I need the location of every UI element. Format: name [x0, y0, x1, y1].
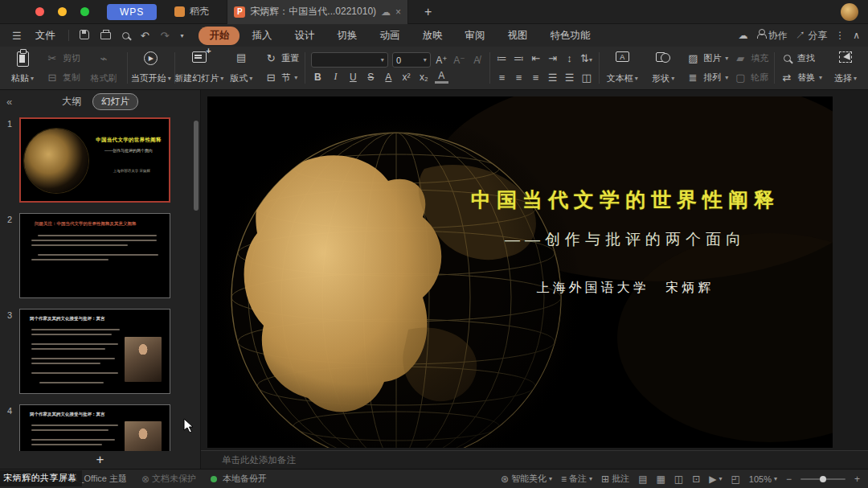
increase-indent-icon[interactable]: ⇥ — [547, 52, 559, 64]
font-color-icon[interactable]: A — [435, 70, 448, 84]
distribute-icon[interactable]: ☰ — [563, 72, 576, 84]
slide-thumbnail-1[interactable]: 中国当代文学的世界性阐释 ——创作与批评的两个面向 上海外国语大学 宋炳辉 — [19, 117, 170, 203]
clear-format-icon[interactable]: A̸ — [470, 55, 484, 66]
italic-icon[interactable]: I — [329, 71, 342, 83]
document-tab[interactable]: P 宋炳辉：中国当代...0221010) ☁ × — [227, 0, 408, 24]
zoom-window-button[interactable] — [80, 7, 89, 16]
paste-button[interactable]: 粘贴▾ — [5, 49, 40, 87]
minimize-window-button[interactable] — [58, 7, 67, 16]
print-preview-icon[interactable] — [118, 30, 133, 42]
numbered-list-icon[interactable]: ≕ — [513, 52, 526, 64]
slide-thumbnail-3[interactable]: 两个作家及其跨文化接受与批评：莫言 — [19, 309, 170, 394]
new-slide-button[interactable]: 新建幻灯片▾ — [180, 49, 218, 87]
cut-button[interactable]: ✂剪切 — [46, 52, 80, 64]
main-menu-icon[interactable]: ☰ — [8, 30, 26, 42]
collapse-panel-icon[interactable]: « — [6, 96, 12, 108]
collapse-ribbon-icon[interactable]: ∧ — [853, 30, 860, 41]
superscript-icon[interactable]: x² — [399, 72, 413, 83]
close-tab-icon[interactable]: × — [395, 6, 401, 18]
align-center-icon[interactable]: ≡ — [513, 72, 526, 84]
slide-subtitle[interactable]: ——创作与批评的两个面向 — [448, 229, 802, 250]
more-options-icon[interactable]: ⋮ — [835, 30, 845, 41]
slide-thumbnail-2[interactable]: 问题关注：中国当代文学的世界性阐释及其意义阐释 — [19, 213, 170, 298]
text-shadow-icon[interactable]: A — [382, 72, 395, 83]
tab-insert[interactable]: 插入 — [241, 27, 282, 45]
wps-home-button[interactable]: WPS — [107, 4, 157, 20]
subscript-icon[interactable]: x₂ — [417, 72, 431, 83]
section-button[interactable]: ⊟节▾ — [264, 72, 299, 84]
format-painter-button[interactable]: ⌁ 格式刷 — [86, 49, 121, 87]
new-tab-button[interactable]: + — [420, 5, 436, 19]
tab-home[interactable]: 开始 — [199, 27, 240, 45]
current-slide[interactable]: 中国当代文学的世界性阐释 ——创作与批评的两个面向 上海外国语大学 宋炳辉 — [207, 96, 833, 448]
local-backup-status[interactable]: 本地备份开 — [211, 473, 267, 485]
outline-button[interactable]: ▢轮廓 — [734, 72, 768, 84]
slide-author[interactable]: 上海外国语大学 宋炳辉 — [473, 280, 778, 297]
select-button[interactable]: 选择▾ — [828, 49, 863, 87]
docer-tab[interactable]: 稻壳 — [168, 0, 215, 24]
underline-icon[interactable]: U — [346, 72, 360, 83]
tab-outline[interactable]: 大纲 — [62, 95, 81, 109]
zoom-in-icon[interactable]: + — [854, 474, 860, 485]
zoom-slider[interactable] — [800, 478, 845, 480]
reading-view-icon[interactable]: ◫ — [674, 474, 683, 485]
tab-slideshow[interactable]: 放映 — [411, 27, 452, 45]
redo-icon[interactable]: ↷ — [157, 30, 174, 42]
user-avatar[interactable] — [841, 3, 858, 21]
reset-button[interactable]: ↻重置 — [264, 52, 299, 64]
print-icon[interactable] — [96, 30, 115, 42]
tab-special-features[interactable]: 特色功能 — [539, 27, 600, 45]
normal-view-icon[interactable]: ▤ — [638, 474, 647, 485]
theme-name[interactable]: 1_Office 主题 — [74, 473, 127, 485]
slide-sorter-icon[interactable]: ▦ — [656, 474, 665, 485]
close-window-button[interactable] — [35, 7, 44, 16]
align-right-icon[interactable]: ≡ — [530, 72, 542, 84]
save-icon[interactable] — [76, 30, 93, 42]
document-protection[interactable]: ⊗文档未保护 — [141, 473, 196, 485]
slide-thumbnail-4[interactable]: 两个作家及其跨文化接受与批评：莫言 — [19, 404, 170, 451]
tab-review[interactable]: 审阅 — [454, 27, 495, 45]
bullet-list-icon[interactable]: ≔ — [496, 52, 509, 64]
tab-animation[interactable]: 动画 — [369, 27, 410, 45]
increase-font-icon[interactable]: A⁺ — [435, 55, 448, 66]
text-direction-icon[interactable]: ⇅▾ — [580, 52, 593, 64]
file-menu[interactable]: 文件 — [29, 29, 62, 43]
line-spacing-icon[interactable]: ↕ — [563, 52, 576, 64]
add-slide-button[interactable]: + — [0, 451, 200, 469]
fill-button[interactable]: ▰填充 — [734, 52, 768, 64]
zoom-slider-knob[interactable] — [820, 476, 826, 482]
replace-button[interactable]: ⇄替换▾ — [780, 72, 822, 84]
textbox-button[interactable]: A 文本框▾ — [604, 49, 640, 87]
columns-icon[interactable]: ◫ — [580, 72, 593, 84]
copy-button[interactable]: ⊟复制 — [46, 72, 80, 84]
play-from-current-button[interactable]: ▶ 当页开始▾ — [133, 49, 169, 87]
play-slideshow-button[interactable]: ▶▾ — [709, 474, 722, 485]
sidebar-scrollbar-thumb[interactable] — [194, 121, 199, 211]
bold-icon[interactable]: B — [311, 72, 325, 83]
share-button[interactable]: ↗ 分享 — [796, 29, 827, 43]
shapes-button[interactable]: 形状▾ — [645, 49, 681, 87]
font-size-combobox[interactable]: 0▾ — [392, 52, 431, 68]
cloud-sync-icon[interactable]: ☁ — [381, 6, 391, 18]
quick-access-dropdown-icon[interactable]: ▾ — [176, 32, 187, 39]
slideshow-view-icon[interactable]: ⊡ — [692, 474, 700, 485]
smart-beautify-button[interactable]: ⊛智能美化▾ — [501, 473, 552, 485]
comments-button[interactable]: ⊞批注 — [601, 473, 629, 485]
zoom-out-icon[interactable]: − — [786, 474, 792, 485]
strikethrough-icon[interactable]: S — [364, 72, 378, 83]
decrease-indent-icon[interactable]: ⇤ — [530, 52, 542, 64]
layout-button[interactable]: ▤ 版式▾ — [223, 49, 259, 87]
tab-transition[interactable]: 切换 — [326, 27, 367, 45]
arrange-button[interactable]: ≣排列▾ — [686, 72, 728, 84]
tab-design[interactable]: 设计 — [284, 27, 325, 45]
font-family-combobox[interactable]: ▾ — [311, 52, 388, 68]
decrease-font-icon[interactable]: A⁻ — [452, 55, 466, 66]
collaborate-button[interactable]: 协作 — [756, 29, 788, 43]
tab-view[interactable]: 视图 — [497, 27, 538, 45]
justify-icon[interactable]: ☰ — [547, 72, 559, 84]
align-left-icon[interactable]: ≡ — [496, 72, 509, 84]
tab-slides[interactable]: 幻灯片 — [92, 93, 138, 110]
slide-thumbnail-list[interactable]: 1 中国当代文学的世界性阐释 ——创作与批评的两个面向 上海外国语大学 宋炳辉 … — [0, 113, 200, 451]
find-button[interactable]: 查找 — [780, 52, 822, 64]
picture-button[interactable]: ▨图片▾ — [686, 52, 728, 64]
